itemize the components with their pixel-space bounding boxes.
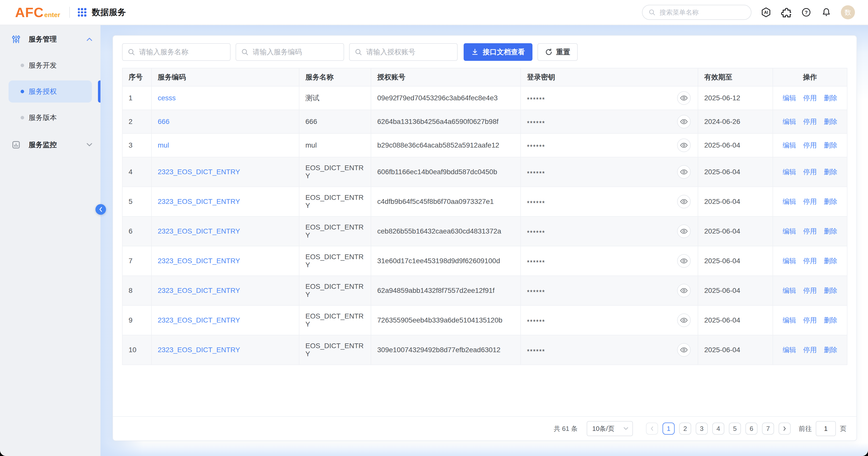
service-code-link[interactable]: 2323_EOS_DICT_ENTRY — [158, 168, 240, 176]
toggle-password-button[interactable] — [677, 225, 691, 238]
edit-link[interactable]: 编辑 — [783, 227, 796, 236]
disable-link[interactable]: 停用 — [803, 117, 817, 126]
service-code-link[interactable]: 2323_EOS_DICT_ENTRY — [158, 227, 240, 235]
next-page-button[interactable] — [779, 423, 790, 435]
delete-link[interactable]: 删除 — [824, 197, 837, 206]
ai-assistant-icon[interactable]: AI — [761, 7, 772, 18]
cell-valid-until: 2025-06-12 — [698, 86, 773, 110]
page-button-1[interactable]: 1 — [662, 423, 675, 435]
sidebar-item-service-version[interactable]: 服务版本 — [8, 107, 92, 129]
user-avatar[interactable]: 数 — [841, 5, 855, 19]
service-code-link[interactable]: mul — [158, 141, 169, 149]
delete-link[interactable]: 删除 — [824, 256, 837, 265]
toggle-password-button[interactable] — [677, 195, 691, 208]
eye-icon — [680, 169, 688, 175]
edit-link[interactable]: 编辑 — [783, 167, 796, 176]
service-code-link[interactable]: 666 — [158, 118, 169, 125]
toggle-password-button[interactable] — [677, 254, 691, 268]
sidebar-group-service-monitoring[interactable]: 服务监控 — [0, 134, 100, 156]
service-code-link[interactable]: cesss — [158, 94, 176, 102]
page-size-select[interactable]: 10条/页 — [587, 421, 633, 436]
toggle-password-button[interactable] — [677, 139, 691, 152]
content-card: 接口文档查看 重置 序号 服务编码 服务名称 授权账号 登录密钥 — [113, 35, 857, 441]
api-doc-view-button[interactable]: 接口文档查看 — [464, 43, 532, 61]
auth-account-input[interactable] — [366, 48, 452, 56]
page-button-4[interactable]: 4 — [712, 423, 724, 435]
afcenter-logo[interactable]: AFC enter — [15, 4, 60, 20]
service-code-link[interactable]: 2323_EOS_DICT_ENTRY — [158, 198, 240, 205]
password-mask: ****** — [527, 318, 545, 326]
toggle-password-button[interactable] — [677, 91, 691, 105]
service-name-filter[interactable] — [122, 43, 230, 61]
page-button-2[interactable]: 2 — [679, 423, 691, 435]
sidebar-item-service-development[interactable]: 服务开发 — [8, 54, 92, 77]
eye-icon — [680, 143, 688, 148]
disable-link[interactable]: 停用 — [803, 345, 817, 354]
toggle-password-button[interactable] — [677, 343, 691, 357]
app-grid-icon[interactable] — [78, 8, 86, 17]
cell-service-name: EOS_DICT_ENTRY — [299, 306, 371, 335]
page-button-7[interactable]: 7 — [762, 423, 774, 435]
password-mask: ****** — [527, 348, 545, 355]
bullet-dot-icon — [21, 116, 24, 119]
auth-account-filter[interactable] — [349, 43, 458, 61]
menu-search[interactable] — [642, 5, 751, 20]
edit-link[interactable]: 编辑 — [783, 256, 796, 265]
page-button-5[interactable]: 5 — [729, 423, 741, 435]
delete-link[interactable]: 删除 — [824, 286, 837, 295]
edit-link[interactable]: 编辑 — [783, 286, 796, 295]
sidebar-item-label: 服务开发 — [29, 61, 57, 70]
reset-button[interactable]: 重置 — [537, 43, 578, 61]
disable-link[interactable]: 停用 — [803, 286, 817, 295]
delete-link[interactable]: 删除 — [824, 345, 837, 354]
edit-link[interactable]: 编辑 — [783, 316, 796, 325]
service-code-link[interactable]: 2323_EOS_DICT_ENTRY — [158, 287, 240, 294]
help-icon[interactable]: ? — [801, 7, 812, 18]
edit-link[interactable]: 编辑 — [783, 141, 796, 150]
disable-link[interactable]: 停用 — [803, 197, 817, 206]
goto-page: 前往 页 — [799, 421, 846, 436]
plugin-icon[interactable] — [781, 7, 792, 18]
toggle-password-button[interactable] — [677, 165, 691, 179]
service-code-filter[interactable] — [236, 43, 344, 61]
edit-link[interactable]: 编辑 — [783, 345, 796, 354]
disable-link[interactable]: 停用 — [803, 167, 817, 176]
disable-link[interactable]: 停用 — [803, 227, 817, 236]
toggle-password-button[interactable] — [677, 115, 691, 129]
sidebar-group-service-management[interactable]: 服务管理 — [0, 28, 100, 50]
col-login-key: 登录密钥 — [521, 68, 698, 86]
service-name-input[interactable] — [139, 48, 225, 56]
edit-link[interactable]: 编辑 — [783, 197, 796, 206]
page-button-3[interactable]: 3 — [696, 423, 708, 435]
notification-icon[interactable] — [821, 7, 832, 18]
logo-sub-text: enter — [44, 11, 60, 19]
service-code-link[interactable]: 2323_EOS_DICT_ENTRY — [158, 257, 240, 265]
delete-link[interactable]: 删除 — [824, 117, 837, 126]
delete-link[interactable]: 删除 — [824, 227, 837, 236]
table-row: 3 mul mul b29c088e36c64acab5852a5912aafe… — [122, 134, 847, 157]
service-code-link[interactable]: 2323_EOS_DICT_ENTRY — [158, 316, 240, 324]
sidebar-item-service-authorization[interactable]: 服务授权 — [8, 81, 92, 103]
delete-link[interactable]: 删除 — [824, 93, 837, 103]
page-button-6[interactable]: 6 — [745, 423, 757, 435]
disable-link[interactable]: 停用 — [803, 93, 817, 103]
toggle-password-button[interactable] — [677, 313, 691, 327]
cell-valid-until: 2025-06-04 — [698, 217, 773, 246]
menu-search-input[interactable] — [659, 8, 745, 16]
reset-label: 重置 — [556, 47, 570, 57]
toggle-password-button[interactable] — [677, 284, 691, 297]
svg-text:?: ? — [805, 10, 808, 15]
edit-link[interactable]: 编辑 — [783, 117, 796, 126]
edit-link[interactable]: 编辑 — [783, 93, 796, 103]
disable-link[interactable]: 停用 — [803, 141, 817, 150]
service-code-link[interactable]: 2323_EOS_DICT_ENTRY — [158, 346, 240, 354]
sidebar-collapse-button[interactable] — [95, 204, 106, 215]
delete-link[interactable]: 删除 — [824, 167, 837, 176]
delete-link[interactable]: 删除 — [824, 316, 837, 325]
disable-link[interactable]: 停用 — [803, 316, 817, 325]
goto-page-input[interactable] — [816, 421, 836, 436]
disable-link[interactable]: 停用 — [803, 256, 817, 265]
delete-link[interactable]: 删除 — [824, 141, 837, 150]
service-code-input[interactable] — [253, 48, 339, 56]
prev-page-button[interactable] — [646, 423, 658, 435]
